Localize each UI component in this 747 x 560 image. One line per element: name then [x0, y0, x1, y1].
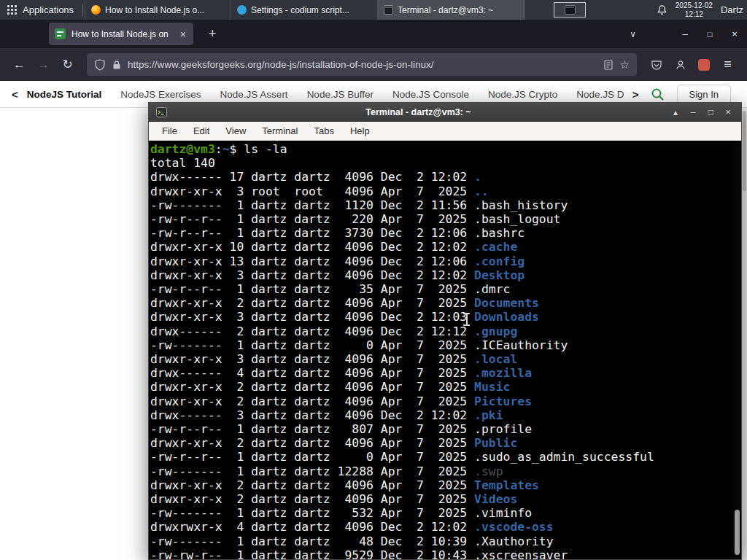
terminal-output-line: drwx------ 17 dartz dartz 4096 Dec 2 12:… — [150, 170, 741, 184]
terminal-close-button[interactable]: × — [719, 107, 737, 117]
reload-button[interactable]: ↻ — [55, 54, 80, 76]
panel-username[interactable]: Dartz — [721, 4, 743, 15]
terminal-output-line: -rw-r--r-- 1 dartz dartz 220 Apr 7 2025 … — [150, 212, 741, 226]
site-nav-item[interactable]: Node.JS DNS — [576, 89, 623, 100]
pocket-icon[interactable] — [644, 54, 668, 76]
terminal-output-line: drwxr-xr-x 3 dartz dartz 4096 Dec 2 12:0… — [150, 268, 741, 282]
site-nav-item[interactable]: NodeJS Tutorial — [27, 89, 102, 100]
terminal-titlebar[interactable]: Terminal - dartz@vm3: ~ ▴ – □ × — [149, 103, 741, 122]
terminal-scrollbar-thumb[interactable] — [735, 510, 740, 555]
url-bar[interactable]: https://www.geeksforgeeks.org/node-js/in… — [87, 53, 637, 76]
browser-tab[interactable]: How to Install Node.js on × — [49, 23, 193, 45]
page-scrollbar-thumb[interactable] — [743, 111, 746, 191]
nav-scroll-right-icon[interactable]: > — [628, 88, 643, 101]
terminal-window: Terminal - dartz@vm3: ~ ▴ – □ × FileEdit… — [148, 102, 742, 560]
tab-close-icon[interactable]: × — [179, 28, 187, 40]
window-close-button[interactable]: × — [722, 28, 747, 39]
terminal-menu-view[interactable]: View — [225, 125, 246, 136]
file-name: .. — [474, 184, 489, 198]
site-nav-item[interactable]: Node.JS Buffer — [307, 89, 374, 100]
file-name: .ICEauthority — [474, 338, 568, 352]
browser-toolbar: ← → ↻ https://www.geeksforgeeks.org/node… — [0, 48, 747, 81]
terminal-output-line: -rw------- 1 dartz dartz 48 Dec 2 10:39 … — [150, 534, 741, 548]
tabs-dropdown-button[interactable]: ∨ — [622, 29, 643, 39]
terminal-menu-help[interactable]: Help — [350, 125, 370, 136]
site-nav-item[interactable]: NodeJS Exercises — [120, 89, 201, 100]
file-name: .mozilla — [474, 366, 532, 380]
forward-button[interactable]: → — [31, 54, 55, 76]
window-maximize-button[interactable]: □ — [697, 30, 722, 39]
hamburger-menu-icon[interactable]: ≡ — [716, 54, 740, 76]
terminal-output-line: -rw-r--r-- 1 dartz dartz 0 Apr 7 2025 .s… — [150, 450, 741, 464]
terminal-screen[interactable]: dartz@vm3:~$ ls -la total 140 drwx------… — [149, 141, 741, 559]
file-name: Documents — [474, 296, 539, 310]
url-text: https://www.geeksforgeeks.org/node-js/in… — [128, 59, 597, 70]
terminal-output-line: drwx------ 2 dartz dartz 4096 Dec 2 12:1… — [150, 324, 741, 338]
terminal-menu-edit[interactable]: Edit — [193, 125, 209, 136]
page-scrollbar[interactable] — [742, 108, 747, 560]
panel-window-button[interactable]: Terminal - dartz@vm3: ~ — [378, 0, 525, 20]
file-name: .sudo_as_admin_successful — [474, 450, 654, 464]
terminal-minimize-button[interactable]: – — [684, 107, 702, 117]
lock-icon[interactable] — [112, 60, 122, 70]
site-nav-item[interactable]: Node.JS Crypto — [488, 89, 557, 100]
notification-bell-icon[interactable] — [657, 4, 667, 15]
typed-command: ls -la — [244, 142, 287, 156]
terminal-menu-file[interactable]: File — [162, 125, 177, 136]
file-name: Templates — [474, 478, 539, 492]
terminal-output-line: drwxr-xr-x 13 dartz dartz 4096 Dec 2 12:… — [150, 254, 741, 268]
terminal-output-line: -rw------- 1 dartz dartz 532 Apr 7 2025 … — [150, 506, 741, 520]
file-name: .swp — [474, 464, 503, 478]
mouse-text-cursor — [462, 313, 471, 326]
terminal-app-icon — [156, 107, 167, 117]
terminal-output-line: -rw------- 1 dartz dartz 1120 Dec 2 11:5… — [150, 198, 741, 212]
applications-menu-button[interactable]: Applications — [0, 0, 81, 20]
extension-icon[interactable] — [698, 59, 710, 71]
sign-in-button[interactable]: Sign In — [677, 85, 731, 104]
terminal-scrollbar[interactable] — [732, 141, 741, 559]
file-name: .bash_history — [474, 198, 568, 212]
prompt-user-host: dartz@vm3 — [150, 142, 215, 156]
file-name: .vscode-oss — [474, 520, 554, 534]
terminal-output-line: drwx------ 4 dartz dartz 4096 Apr 7 2025… — [150, 366, 741, 380]
terminal-total-line: total 140 — [150, 156, 741, 170]
account-icon[interactable] — [668, 54, 692, 76]
geeksforgeeks-favicon — [55, 28, 66, 39]
file-name: .Xauthority — [474, 534, 554, 548]
terminal-listing: drwx------ 17 dartz dartz 4096 Dec 2 12:… — [150, 170, 741, 559]
terminal-output-line: -rw-rw-r-- 1 dartz dartz 9529 Dec 2 10:4… — [150, 548, 741, 559]
nav-scroll-left-icon[interactable]: < — [7, 88, 23, 101]
bookmark-star-icon[interactable]: ☆ — [620, 58, 630, 71]
terminal-output-line: drwx------ 3 dartz dartz 4096 Dec 2 12:0… — [150, 408, 741, 422]
panel-tray: 2025-12-02 12:12 Dartz — [657, 1, 747, 19]
terminal-menu-tabs[interactable]: Tabs — [314, 125, 333, 136]
firefox-icon — [91, 5, 101, 15]
terminal-maximize-button[interactable]: □ — [702, 107, 719, 117]
site-nav-item[interactable]: Node.JS Assert — [220, 89, 288, 100]
terminal-output-line: drwxr-xr-x 2 dartz dartz 4096 Apr 7 2025… — [150, 436, 741, 450]
window-minimize-button[interactable]: – — [673, 28, 697, 39]
terminal-shade-button[interactable]: ▴ — [667, 107, 684, 117]
panel-clock[interactable]: 2025-12-02 12:12 — [676, 1, 713, 19]
search-icon[interactable] — [643, 87, 671, 101]
file-name: .cache — [474, 240, 517, 254]
terminal-title: Terminal - dartz@vm3: ~ — [170, 107, 667, 117]
file-name: Videos — [474, 492, 517, 506]
terminal-output-line: drwxr-xr-x 3 root root 4096 Apr 7 2025 .… — [150, 184, 741, 198]
panel-window-button[interactable]: How to Install Node.js o... — [85, 0, 231, 20]
applications-label: Applications — [23, 4, 74, 15]
panel-window-button[interactable]: Settings - codium script... — [231, 0, 378, 20]
file-name: Desktop — [474, 268, 525, 282]
workspace-switcher[interactable] — [554, 2, 586, 18]
terminal-output-line: -rw-r--r-- 1 dartz dartz 3730 Dec 2 12:0… — [150, 226, 741, 240]
file-name: . — [474, 170, 481, 184]
file-name: Public — [474, 436, 517, 450]
terminal-output-line: drwxr-xr-x 2 dartz dartz 4096 Apr 7 2025… — [150, 492, 741, 506]
workspace-terminal-icon — [565, 5, 576, 15]
site-nav-item[interactable]: Node.JS Console — [392, 89, 469, 100]
back-button[interactable]: ← — [7, 54, 31, 76]
tracking-protection-shield-icon[interactable] — [94, 59, 106, 71]
terminal-menu-terminal[interactable]: Terminal — [262, 125, 298, 136]
new-tab-button[interactable]: + — [202, 25, 223, 43]
reader-mode-icon[interactable] — [603, 59, 614, 71]
